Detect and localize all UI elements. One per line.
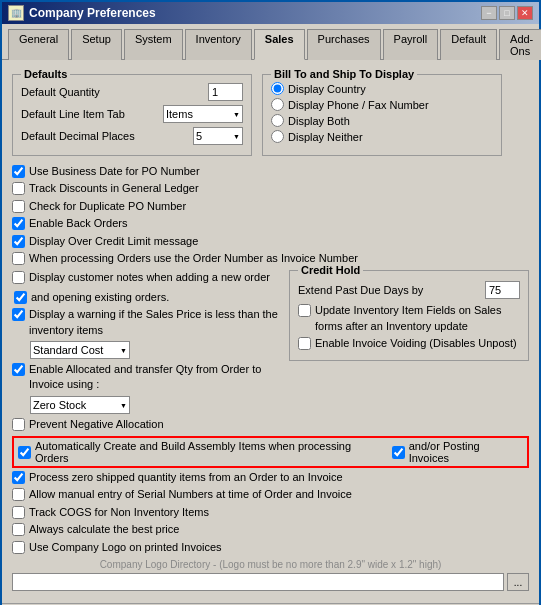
cb-and-or-input[interactable] (392, 446, 405, 459)
cb-track-discounts: Track Discounts in General Ledger (12, 181, 529, 196)
defaults-title: Defaults (21, 68, 70, 80)
decimal-select[interactable]: 012 345 (193, 127, 243, 145)
default-tab-row: Default Line Item Tab Items Description … (21, 105, 243, 123)
left-checkboxes: Display customer notes when adding a new… (12, 268, 279, 434)
cb-when-processing-input[interactable] (12, 252, 25, 265)
cb-process-zero: Process zero shipped quantity items from… (12, 470, 529, 485)
radio-phone-label: Display Phone / Fax Number (288, 99, 429, 111)
browse-button[interactable]: ... (507, 573, 529, 591)
cb-allow-manual-label: Allow manual entry of Serial Numbers at … (29, 487, 352, 502)
cb-display-over: Display Over Credit Limit message (12, 234, 529, 249)
default-qty-row: Default Quantity (21, 83, 243, 101)
tab-add-ons[interactable]: Add-Ons (499, 29, 541, 60)
auto-create-row: Automatically Create and Build Assembly … (12, 436, 529, 468)
cb-prevent-neg-input[interactable] (12, 418, 25, 431)
tab-general[interactable]: General (8, 29, 69, 60)
logo-path-row: ... (12, 573, 529, 591)
top-row: Defaults Default Quantity Default Line I… (12, 68, 529, 162)
tab-default[interactable]: Default (440, 29, 497, 60)
tab-label: Default Line Item Tab (21, 108, 125, 120)
extend-row: Extend Past Due Days by (298, 281, 520, 299)
cb-when-processing: When processing Orders use the Order Num… (12, 251, 529, 266)
cb-use-biz-date: Use Business Date for PO Number (12, 164, 529, 179)
warning-select-row: Standard Cost Average Cost Last Cost (30, 341, 279, 359)
tab-sales[interactable]: Sales (254, 29, 305, 60)
tab-purchases[interactable]: Purchases (307, 29, 381, 60)
cb-enable-allocated: Enable Allocated and transfer Qty from O… (12, 362, 279, 393)
cb-display-customer2-input[interactable] (14, 291, 27, 304)
cost-select[interactable]: Standard Cost Average Cost Last Cost (30, 341, 130, 359)
cb-enable-allocated-input[interactable] (12, 363, 25, 376)
cb-update-inv-input[interactable] (298, 304, 311, 317)
bill-group: Bill To and Ship To Display Display Coun… (262, 74, 502, 156)
cb-enable-allocated-label: Enable Allocated and transfer Qty from O… (29, 362, 279, 393)
cb-enable-voiding: Enable Invoice Voiding (Disables Unpost) (298, 336, 520, 351)
cb-prevent-neg-label: Prevent Negative Allocation (29, 417, 164, 432)
cb-display-customer-input[interactable] (12, 271, 25, 284)
cb-display-customer2-label: and opening existing orders. (31, 290, 169, 305)
credit-hold-title: Credit Hold (298, 264, 363, 276)
cb-allow-manual-input[interactable] (12, 488, 25, 501)
cb-track-discounts-input[interactable] (12, 182, 25, 195)
extend-label: Extend Past Due Days by (298, 284, 423, 296)
stock-select[interactable]: Zero Stock Negative Stock (30, 396, 130, 414)
extend-input[interactable] (485, 281, 520, 299)
cb-always-calc: Always calculate the best price (12, 522, 529, 537)
cb-use-biz-date-label: Use Business Date for PO Number (29, 164, 200, 179)
window-icon: 🏢 (8, 5, 24, 21)
content-area: Defaults Default Quantity Default Line I… (2, 60, 539, 599)
logo-path-input[interactable] (12, 573, 504, 591)
cb-display-customer-label: Display customer notes when adding a new… (29, 270, 270, 285)
tab-select[interactable]: Items Description Notes (163, 105, 243, 123)
cb-display-warning: Display a warning if the Sales Price is … (12, 307, 279, 338)
close-button[interactable]: ✕ (517, 6, 533, 20)
cb-auto-create-input[interactable] (18, 446, 31, 459)
cb-track-cogs: Track COGS for Non Inventory Items (12, 505, 529, 520)
tab-payroll[interactable]: Payroll (383, 29, 439, 60)
radio-country: Display Country (271, 82, 493, 95)
tab-inventory[interactable]: Inventory (185, 29, 252, 60)
radio-country-input[interactable] (271, 82, 284, 95)
minimize-button[interactable]: − (481, 6, 497, 20)
cb-always-calc-input[interactable] (12, 523, 25, 536)
cb-use-logo-input[interactable] (12, 541, 25, 554)
cb-display-customer: Display customer notes when adding a new… (12, 270, 279, 305)
cb-track-discounts-label: Track Discounts in General Ledger (29, 181, 199, 196)
bill-title: Bill To and Ship To Display (271, 68, 417, 80)
radio-both: Display Both (271, 114, 493, 127)
cb-track-cogs-input[interactable] (12, 506, 25, 519)
stock-select-row: Zero Stock Negative Stock (30, 396, 279, 414)
cb-check-duplicate: Check for Duplicate PO Number (12, 199, 529, 214)
cb-track-cogs-label: Track COGS for Non Inventory Items (29, 505, 209, 520)
decimal-row: Default Decimal Places 012 345 (21, 127, 243, 145)
cb-always-calc-label: Always calculate the best price (29, 522, 179, 537)
cb-allow-manual: Allow manual entry of Serial Numbers at … (12, 487, 529, 502)
cb-process-zero-label: Process zero shipped quantity items from… (29, 470, 343, 485)
radio-neither-input[interactable] (271, 130, 284, 143)
cb-display-warning-input[interactable] (12, 308, 25, 321)
cb-enable-back-input[interactable] (12, 217, 25, 230)
cb-process-zero-input[interactable] (12, 471, 25, 484)
radio-both-input[interactable] (271, 114, 284, 127)
cb-display-over-input[interactable] (12, 235, 25, 248)
decimal-label: Default Decimal Places (21, 130, 135, 142)
radio-phone-input[interactable] (271, 98, 284, 111)
cb-check-duplicate-label: Check for Duplicate PO Number (29, 199, 186, 214)
maximize-button[interactable]: □ (499, 6, 515, 20)
logo-hint: Company Logo Directory - (Logo must be n… (100, 559, 442, 570)
qty-label: Default Quantity (21, 86, 100, 98)
cb-use-logo-label: Use Company Logo on printed Invoices (29, 540, 222, 555)
cb-enable-voiding-label: Enable Invoice Voiding (Disables Unpost) (315, 336, 517, 351)
defaults-group: Defaults Default Quantity Default Line I… (12, 74, 252, 156)
radio-neither-label: Display Neither (288, 131, 363, 143)
cb-display-over-label: Display Over Credit Limit message (29, 234, 198, 249)
cb-enable-voiding-input[interactable] (298, 337, 311, 350)
cb-update-inv: Update Inventory Item Fields on Sales fo… (298, 303, 520, 334)
cb-check-duplicate-input[interactable] (12, 200, 25, 213)
radio-phone: Display Phone / Fax Number (271, 98, 493, 111)
cb-enable-back: Enable Back Orders (12, 216, 529, 231)
tab-system[interactable]: System (124, 29, 183, 60)
qty-input[interactable] (208, 83, 243, 101)
tab-setup[interactable]: Setup (71, 29, 122, 60)
cb-use-biz-date-input[interactable] (12, 165, 25, 178)
